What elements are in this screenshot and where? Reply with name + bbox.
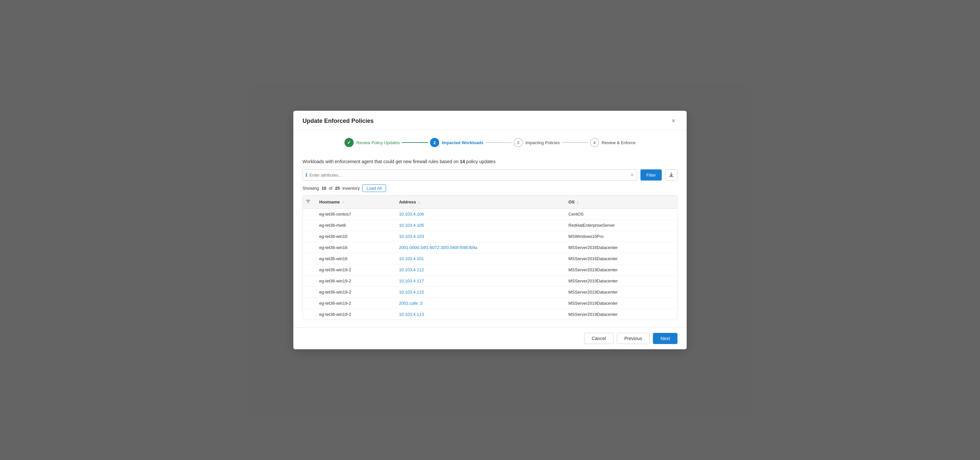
step-1-circle: ✓ bbox=[344, 138, 354, 147]
step-2-circle: 2 bbox=[430, 138, 439, 147]
row-8-address[interactable]: 2001:cafe::3 bbox=[394, 298, 564, 309]
close-button[interactable]: × bbox=[669, 117, 678, 125]
row-9-checkbox-col bbox=[303, 309, 315, 320]
row-7-address[interactable]: 10.103.4.115 bbox=[394, 287, 564, 298]
row-1-os: RedHatEnterpriseServer bbox=[564, 220, 677, 231]
row-6-hostname: eg-tet36-win19-2 bbox=[315, 276, 394, 287]
row-6-address[interactable]: 10.103.4.117 bbox=[394, 276, 564, 287]
table-row: eg-tet36-win16 2001:0000:34f1:8072:30f3:… bbox=[303, 242, 677, 253]
row-6-checkbox-col bbox=[303, 276, 315, 287]
row-2-address[interactable]: 10.103.4.103 bbox=[394, 231, 564, 242]
info-icon: ℹ bbox=[305, 172, 307, 178]
modal-title: Update Enforced Policies bbox=[302, 117, 374, 124]
address-sort-icon: ↕ bbox=[418, 200, 420, 204]
row-6-os: MSServer2019Datacenter bbox=[564, 276, 677, 287]
modal-footer: Cancel Previous Next bbox=[293, 327, 687, 349]
workloads-table: Hostname ↑ Address ↕ OS ↕ bbox=[302, 195, 678, 320]
download-button[interactable] bbox=[665, 170, 678, 181]
row-5-checkbox-col bbox=[303, 264, 315, 276]
address-header[interactable]: Address ↕ bbox=[394, 196, 564, 209]
filter-input-wrap[interactable]: ℹ ✕ bbox=[302, 170, 637, 181]
showing-count: 10 bbox=[321, 186, 326, 191]
table-row: eg-tet36-win19-2 10.103.4.117 MSServer20… bbox=[303, 276, 677, 287]
table-row: eg-tet36-centos7 10.103.4.106 CentOS bbox=[303, 209, 677, 220]
row-3-checkbox-col bbox=[303, 242, 315, 253]
step-3-label: Impacting Policies bbox=[525, 140, 560, 145]
step-1-checkmark: ✓ bbox=[347, 140, 351, 145]
previous-button[interactable]: Previous bbox=[617, 333, 650, 344]
next-button[interactable]: Next bbox=[653, 333, 678, 344]
step-4-circle: 4 bbox=[590, 138, 599, 147]
row-7-hostname: eg-tet36-win19-2 bbox=[315, 287, 394, 298]
hostname-sort-icon: ↑ bbox=[342, 200, 344, 204]
connector-1-2 bbox=[402, 142, 428, 143]
row-7-checkbox-col bbox=[303, 287, 315, 298]
row-3-address[interactable]: 2001:0000:34f1:8072:30f3:040f:f598:fb9a bbox=[394, 242, 564, 253]
table-row: eg-tet36-win19-2 2001:cafe::3 MSServer20… bbox=[303, 298, 677, 309]
row-3-os: MSServer2016Datacenter bbox=[564, 242, 677, 253]
row-9-address[interactable]: 10.103.4.113 bbox=[394, 309, 564, 320]
step-4-label: Review & Enforce bbox=[602, 140, 636, 145]
table-row: eg-tet36-win16 10.103.4.101 MSServer2016… bbox=[303, 253, 677, 264]
table-row: eg-tet36-rhel8 10.103.4.105 RedHatEnterp… bbox=[303, 220, 677, 231]
description-after: policy updates bbox=[465, 159, 495, 164]
row-0-address[interactable]: 10.103.4.106 bbox=[394, 209, 564, 220]
table-header-row: Hostname ↑ Address ↕ OS ↕ bbox=[303, 196, 677, 209]
step-2: 2 Impacted Workloads bbox=[430, 138, 484, 147]
update-enforced-policies-modal: Update Enforced Policies × ✓ Review Poli… bbox=[293, 111, 687, 349]
connector-3-4 bbox=[562, 142, 588, 143]
row-8-os: MSServer2019Datacenter bbox=[564, 298, 677, 309]
step-3: 3 Impacting Policies bbox=[514, 138, 560, 147]
cancel-button[interactable]: Cancel bbox=[584, 333, 614, 344]
step-4: 4 Review & Enforce bbox=[590, 138, 636, 147]
step-1-label: Review Policy Updates bbox=[356, 140, 400, 145]
description: Workloads with enforcement agent that co… bbox=[302, 159, 678, 164]
modal-body: Workloads with enforcement agent that co… bbox=[293, 153, 687, 324]
row-0-checkbox-col bbox=[303, 209, 315, 220]
os-header[interactable]: OS ↕ bbox=[564, 196, 677, 209]
filter-row: ℹ ✕ Filter bbox=[302, 170, 678, 181]
step-3-circle: 3 bbox=[514, 138, 523, 147]
row-4-address[interactable]: 10.103.4.101 bbox=[394, 253, 564, 264]
showing-of: of bbox=[329, 186, 332, 191]
row-0-os: CentOS bbox=[564, 209, 677, 220]
row-1-address[interactable]: 10.103.4.105 bbox=[394, 220, 564, 231]
showing-label: inventory bbox=[342, 186, 360, 191]
connector-2-3 bbox=[485, 142, 512, 143]
hostname-header[interactable]: Hostname ↑ bbox=[315, 196, 394, 209]
row-9-hostname: eg-tet36-win19-2 bbox=[315, 309, 394, 320]
row-8-checkbox-col bbox=[303, 298, 315, 309]
filter-col-header bbox=[303, 196, 315, 209]
filter-button[interactable]: Filter bbox=[640, 170, 662, 181]
row-1-checkbox-col bbox=[303, 220, 315, 231]
row-4-hostname: eg-tet36-win16 bbox=[315, 253, 394, 264]
row-9-os: MSServer2019Datacenter bbox=[564, 309, 677, 320]
modal-header: Update Enforced Policies × bbox=[293, 111, 687, 130]
table-body: eg-tet36-centos7 10.103.4.106 CentOS eg-… bbox=[303, 209, 677, 320]
step-2-label: Impacted Workloads bbox=[442, 140, 484, 145]
filter-input[interactable] bbox=[309, 173, 628, 178]
table-row: eg-tet36-win10 10.103.4.103 MSWindows10P… bbox=[303, 231, 677, 242]
showing-total: 25 bbox=[335, 186, 340, 191]
row-0-hostname: eg-tet36-centos7 bbox=[315, 209, 394, 220]
table-row: eg-tet36-win19-2 10.103.4.113 MSServer20… bbox=[303, 309, 677, 320]
row-3-hostname: eg-tet36-win16 bbox=[315, 242, 394, 253]
row-5-os: MSServer2019Datacenter bbox=[564, 264, 677, 276]
row-7-os: MSServer2019Datacenter bbox=[564, 287, 677, 298]
step-1: ✓ Review Policy Updates bbox=[344, 138, 400, 147]
load-all-button[interactable]: Load All bbox=[362, 184, 386, 192]
os-sort-icon: ↕ bbox=[577, 200, 579, 204]
clear-icon[interactable]: ✕ bbox=[630, 172, 634, 178]
row-2-os: MSWindows10Pro bbox=[564, 231, 677, 242]
row-5-hostname: eg-tet36-win19-2 bbox=[315, 264, 394, 276]
row-8-hostname: eg-tet36-win19-2 bbox=[315, 298, 394, 309]
row-4-os: MSServer2016Datacenter bbox=[564, 253, 677, 264]
stepper: ✓ Review Policy Updates 2 Impacted Workl… bbox=[293, 130, 687, 153]
row-5-address[interactable]: 10.103.4.112 bbox=[394, 264, 564, 276]
description-count: 14 bbox=[460, 159, 465, 164]
table-row: eg-tet36-win19-2 10.103.4.115 MSServer20… bbox=[303, 287, 677, 298]
row-2-checkbox-col bbox=[303, 231, 315, 242]
row-2-hostname: eg-tet36-win10 bbox=[315, 231, 394, 242]
modal-overlay: Update Enforced Policies × ✓ Review Poli… bbox=[0, 0, 980, 460]
download-icon bbox=[669, 172, 674, 178]
